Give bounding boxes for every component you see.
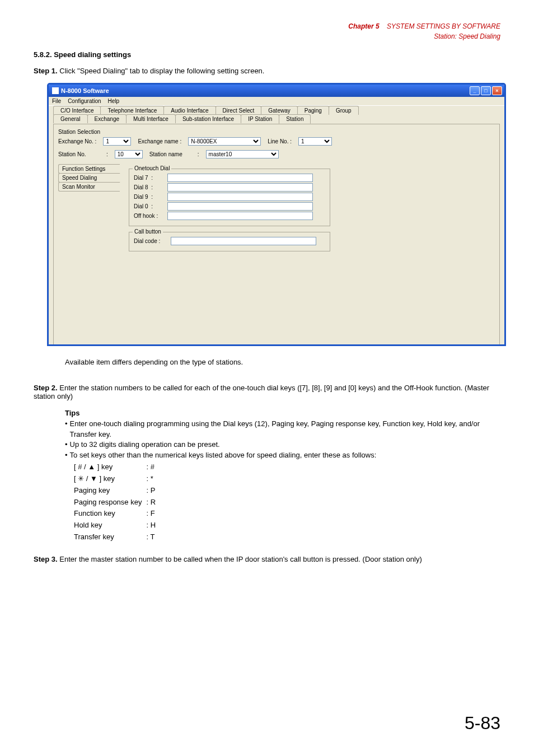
table-row: [ ✳ / ▼ ] key: * xyxy=(74,474,159,484)
tip-1: Enter one-touch dialing programming usin… xyxy=(70,419,500,440)
table-row: Paging response key: R xyxy=(74,497,159,508)
tabs-front-row: General Exchange Multi Interface Sub-sta… xyxy=(49,115,504,124)
tip-3: To set keys other than the numerical key… xyxy=(70,450,377,461)
table-row: Paging key: P xyxy=(74,486,159,496)
section-heading: 5.8.2. Speed dialing settings xyxy=(34,50,500,59)
dial-code-label: Dial code : xyxy=(134,238,167,244)
maximize-button[interactable]: □ xyxy=(481,86,491,95)
station-no-label: Station No. xyxy=(58,151,100,157)
step-3-label: Step 3. xyxy=(34,555,58,563)
close-button[interactable]: × xyxy=(492,86,502,95)
station-name-label: Station name xyxy=(149,151,191,157)
table-row: Hold key: H xyxy=(74,520,159,531)
table-row: Transfer key: T xyxy=(74,532,159,543)
key-mapping-table: [ # / ▲ ] key: # [ ✳ / ▼ ] key: * Paging… xyxy=(73,461,160,544)
station-selection-group: Station Selection Exchange No. : 1 Excha… xyxy=(58,129,495,158)
table-row: Function key: F xyxy=(74,508,159,519)
window-title: N-8000 Software xyxy=(61,87,109,94)
step-2: Step 2. Enter the station numbers to be … xyxy=(34,384,500,400)
station-no-select[interactable]: 10 xyxy=(115,150,143,158)
step-1: Step 1. Click "Speed Dialing" tab to dis… xyxy=(34,67,500,75)
minimize-button[interactable]: _ xyxy=(470,86,480,95)
tab-general[interactable]: General xyxy=(53,114,88,123)
tab-gateway[interactable]: Gateway xyxy=(261,106,297,115)
page-number: 5-83 xyxy=(465,713,500,734)
exchange-name-label: Exchange name : xyxy=(138,138,181,144)
tab-telephone-interface[interactable]: Telephone Interface xyxy=(100,106,164,115)
tabs-back-row: C/O Interface Telephone Interface Audio … xyxy=(49,106,504,115)
dial-8-input[interactable] xyxy=(167,183,313,192)
onetouch-legend: Onetouch Dial xyxy=(133,165,171,171)
chapter-subtitle: Station: Speed Dialing xyxy=(434,32,500,40)
title-bar[interactable]: N-8000 Software _ □ × xyxy=(49,85,504,97)
tab-paging[interactable]: Paging xyxy=(297,106,329,115)
tips-heading: Tips xyxy=(65,408,500,419)
exchange-no-select[interactable]: 1 xyxy=(103,137,131,146)
tab-group[interactable]: Group xyxy=(329,106,359,115)
menu-bar: File Configuration Help xyxy=(49,97,504,106)
table-row: [ # / ▲ ] key: # xyxy=(74,462,159,473)
step-2-text: Enter the station numbers to be called f… xyxy=(34,384,489,400)
tab-substation-interface[interactable]: Sub-station Interface xyxy=(175,114,241,123)
off-hook-input[interactable] xyxy=(167,212,313,220)
dial-7-input[interactable] xyxy=(167,174,313,182)
tab-co-interface[interactable]: C/O Interface xyxy=(53,106,101,115)
tab-station[interactable]: Station xyxy=(279,114,311,124)
dial-9-label: Dial 9 : xyxy=(134,194,164,200)
chapter-title: SYSTEM SETTINGS BY SOFTWARE xyxy=(387,22,500,30)
menu-file[interactable]: File xyxy=(52,98,61,104)
exchange-no-label: Exchange No. : xyxy=(58,138,96,144)
dial-0-label: Dial 0 : xyxy=(134,203,164,209)
dial-9-input[interactable] xyxy=(167,193,313,201)
station-name-select[interactable]: master10 xyxy=(206,150,279,158)
side-tab-speed-dialing[interactable]: Speed Dialing xyxy=(58,173,120,183)
dial-0-input[interactable] xyxy=(167,202,313,211)
onetouch-dial-group: Onetouch Dial Dial 7 : Dial 8 : Dial 9 :… xyxy=(129,169,330,226)
menu-help[interactable]: Help xyxy=(108,98,120,104)
side-tab-function-settings[interactable]: Function Settings xyxy=(58,164,120,174)
page-header: Chapter 5 SYSTEM SETTINGS BY SOFTWARE xyxy=(34,22,500,30)
step-1-label: Step 1. xyxy=(34,67,58,75)
tab-panel-station: Station Selection Exchange No. : 1 Excha… xyxy=(53,124,500,346)
step-2-label: Step 2. xyxy=(34,384,58,392)
tab-ip-station[interactable]: IP Station xyxy=(241,114,279,123)
menu-configuration[interactable]: Configuration xyxy=(68,98,101,104)
step-3: Step 3. Enter the master station number … xyxy=(34,555,500,563)
station-selection-label: Station Selection xyxy=(58,129,495,135)
dial-7-label: Dial 7 : xyxy=(134,175,164,181)
line-no-select[interactable]: 1 xyxy=(298,137,332,146)
call-button-group: Call button Dial code : xyxy=(129,232,330,251)
side-tab-scan-monitor[interactable]: Scan Monitor xyxy=(58,182,120,192)
chapter-label: Chapter 5 xyxy=(348,22,379,30)
tip-2: Up to 32 digits dialing operation can be… xyxy=(70,440,220,450)
app-window: N-8000 Software _ □ × File Configuration… xyxy=(47,83,506,346)
tab-audio-interface[interactable]: Audio Interface xyxy=(163,106,216,115)
side-tabs: Function Settings Speed Dialing Scan Mon… xyxy=(58,164,120,338)
off-hook-label: Off hook : xyxy=(134,213,164,219)
step-1-text: Click "Speed Dialing" tab to display the… xyxy=(59,67,264,75)
line-no-label: Line No. : xyxy=(268,138,292,144)
dial-8-label: Dial 8 : xyxy=(134,184,164,190)
dial-code-input[interactable] xyxy=(171,237,316,245)
speed-dialing-pane: Onetouch Dial Dial 7 : Dial 8 : Dial 9 :… xyxy=(124,164,495,338)
page-subheader: Station: Speed Dialing xyxy=(34,32,500,40)
step-3-text: Enter the master station number to be ca… xyxy=(59,555,422,563)
note: Available item differs depending on the … xyxy=(65,357,500,368)
tab-multi-interface[interactable]: Multi Interface xyxy=(126,114,176,123)
tab-exchange[interactable]: Exchange xyxy=(87,114,127,123)
tab-direct-select[interactable]: Direct Select xyxy=(216,106,262,115)
app-icon xyxy=(52,87,59,94)
exchange-name-select[interactable]: N-8000EX xyxy=(188,137,261,146)
call-button-legend: Call button xyxy=(133,228,163,235)
tips-block: Tips •Enter one-touch dialing programmin… xyxy=(65,408,500,544)
